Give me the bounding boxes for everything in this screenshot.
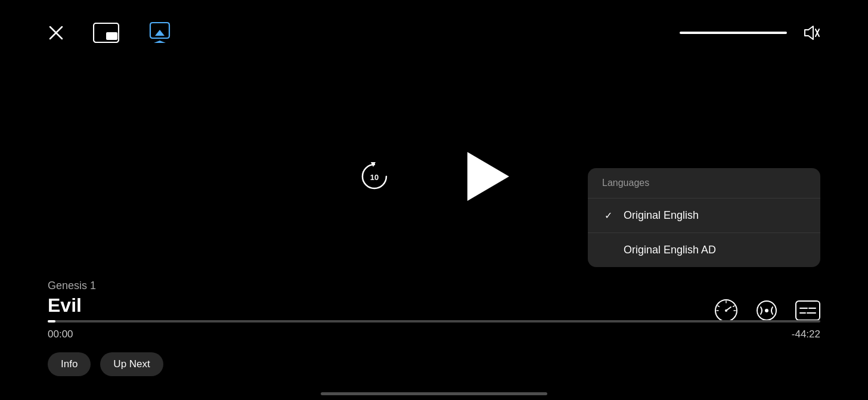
svg-text:10: 10 [370,173,379,182]
top-right-controls [680,23,820,42]
time-row: 00:00 -44:22 [48,328,820,340]
episode-info: Genesis 1 Evil [48,280,96,317]
language-option-1[interactable]: Original English AD [588,233,820,267]
replay-10-button[interactable]: 10 [358,160,391,193]
remaining-time: -44:22 [792,328,820,340]
episode-title: Evil [48,294,96,317]
volume-bar[interactable] [680,32,787,34]
svg-rect-20 [796,301,820,320]
progress-track[interactable] [48,320,820,323]
language-label-1: Original English AD [624,244,716,256]
progress-fill [48,320,55,323]
scroll-indicator [321,392,547,395]
info-button[interactable]: Info [48,352,91,376]
check-icon-0: ✓ [602,210,614,221]
speed-button[interactable] [714,299,738,323]
top-bar [0,0,868,66]
language-label-0: Original English [624,209,699,222]
svg-marker-10 [467,152,509,201]
svg-point-19 [765,309,768,312]
progress-area: 00:00 -44:22 [48,320,820,340]
svg-line-14 [733,306,734,306]
audio-button[interactable] [755,299,779,323]
mute-button[interactable] [801,23,820,42]
svg-marker-4 [154,41,166,43]
svg-point-12 [725,309,727,312]
current-time: 00:00 [48,328,73,340]
languages-header: Languages [588,168,820,199]
bottom-buttons: Info Up Next [48,352,163,376]
airplay-button[interactable] [148,21,172,44]
svg-rect-3 [106,32,117,40]
play-button[interactable] [463,150,510,203]
center-controls: 10 [358,150,510,203]
close-button[interactable] [48,24,64,41]
top-left-controls [48,21,172,44]
up-next-button[interactable]: Up Next [100,352,163,376]
pip-button[interactable] [93,23,119,43]
svg-marker-5 [155,30,165,36]
svg-line-16 [718,306,719,306]
captions-button[interactable] [795,300,820,321]
controls-right [714,299,820,323]
language-option-0[interactable]: ✓ Original English [588,199,820,233]
languages-dropdown: Languages ✓ Original English Original En… [588,168,820,267]
episode-label: Genesis 1 [48,280,96,292]
